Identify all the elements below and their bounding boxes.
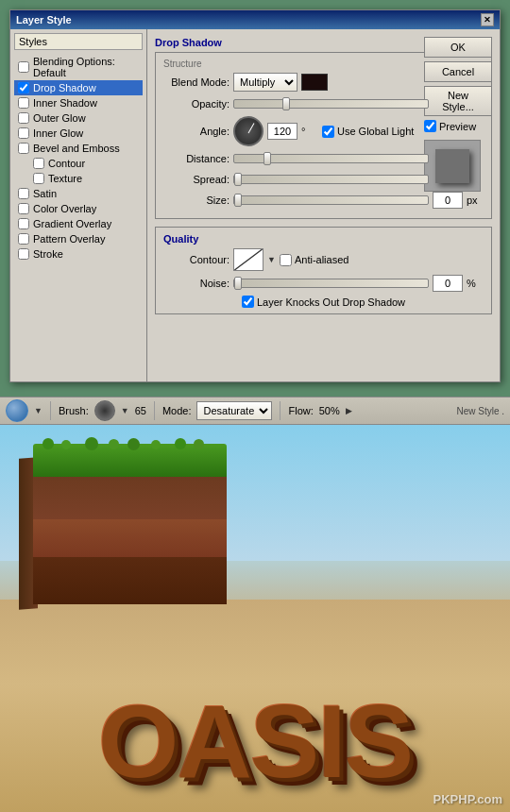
opacity-thumb[interactable]	[282, 97, 290, 110]
close-button[interactable]: ✕	[481, 13, 494, 26]
mode-select[interactable]: Desaturate Normal Darken Lighten	[196, 401, 272, 420]
layer-knocks-label: Layer Knocks Out Drop Shadow	[242, 296, 405, 308]
preview-box	[424, 140, 481, 192]
grass-bump	[109, 439, 119, 449]
flow-arrow[interactable]: ▶	[346, 406, 352, 415]
watermark: PKPHP.com	[434, 792, 502, 806]
option-satin[interactable]: Satin	[14, 186, 143, 201]
action-buttons: OK Cancel New Style... Preview	[424, 37, 492, 192]
ok-button[interactable]: OK	[424, 37, 492, 58]
grass-bump	[128, 438, 140, 450]
layer-knocks-text: Layer Knocks Out Drop Shadow	[257, 296, 405, 308]
checkbox-drop-shadow[interactable]	[18, 82, 29, 93]
checkbox-inner-glow[interactable]	[18, 127, 29, 139]
option-gradient-overlay[interactable]: Gradient Overlay	[14, 216, 143, 231]
tool-icon[interactable]	[6, 399, 28, 422]
option-outer-glow[interactable]: Outer Glow	[14, 110, 143, 126]
subsoil	[33, 519, 227, 557]
option-inner-shadow-label: Inner Shadow	[33, 97, 97, 109]
opacity-slider[interactable]	[233, 99, 429, 109]
contour-preview[interactable]	[233, 248, 264, 271]
checkbox-inner-shadow[interactable]	[18, 97, 29, 109]
styles-header[interactable]: Styles	[14, 33, 143, 50]
checkbox-satin[interactable]	[18, 188, 29, 199]
contour-dropdown-arrow[interactable]: ▼	[267, 255, 276, 264]
use-global-light-checkbox[interactable]	[322, 126, 334, 138]
spread-label: Spread:	[163, 174, 230, 185]
angle-dial[interactable]	[233, 116, 264, 146]
option-gradient-overlay-label: Gradient Overlay	[33, 218, 111, 229]
option-drop-shadow-label: Drop Shadow	[33, 82, 96, 93]
dirt-block	[19, 444, 227, 604]
separator-3	[280, 401, 280, 420]
brush-preview[interactable]	[94, 400, 115, 421]
mode-label: Mode:	[162, 405, 192, 416]
checkbox-pattern-overlay[interactable]	[18, 233, 29, 245]
size-slider[interactable]	[233, 195, 429, 205]
angle-unit: °	[301, 126, 318, 137]
option-texture-label: Texture	[48, 173, 82, 184]
new-style-button[interactable]: New Style...	[424, 86, 492, 116]
preview-label: Preview	[439, 121, 476, 132]
color-swatch[interactable]	[301, 74, 328, 91]
spread-thumb[interactable]	[234, 173, 242, 186]
checkbox-outer-glow[interactable]	[18, 112, 29, 124]
noise-row: Noise: %	[163, 275, 484, 292]
option-texture[interactable]: Texture	[14, 171, 143, 186]
layer-knocks-row: Layer Knocks Out Drop Shadow	[163, 296, 484, 308]
grass-bump	[61, 440, 71, 449]
ps-toolbar: ▼ Brush: ▼ 65 Mode: Desaturate Normal Da…	[0, 397, 510, 425]
blend-mode-select[interactable]: Multiply Normal Dissolve Darken	[233, 73, 298, 92]
option-color-overlay[interactable]: Color Overlay	[14, 201, 143, 216]
option-bevel-emboss[interactable]: Bevel and Emboss	[14, 141, 143, 156]
anti-aliased-checkbox[interactable]	[280, 254, 292, 266]
flow-value: 50%	[319, 405, 340, 416]
spread-slider[interactable]	[233, 175, 429, 184]
right-panel: OK Cancel New Style... Preview Drop Shad…	[147, 29, 500, 381]
distance-slider[interactable]	[233, 154, 429, 163]
checkbox-contour[interactable]	[33, 158, 44, 169]
noise-unit: %	[467, 278, 484, 289]
checkbox-blending[interactable]	[18, 61, 29, 73]
option-pattern-overlay[interactable]: Pattern Overlay	[14, 231, 143, 246]
dialog-title: Layer Style	[16, 14, 72, 25]
preview-inner	[435, 149, 469, 183]
cancel-button[interactable]: Cancel	[424, 61, 492, 82]
new-style-label: New Style .	[456, 406, 504, 416]
grass-bump	[175, 438, 186, 449]
brush-label: Brush:	[59, 405, 89, 416]
checkbox-gradient-overlay[interactable]	[18, 218, 29, 229]
angle-label: Angle:	[163, 126, 230, 137]
option-pattern-overlay-label: Pattern Overlay	[33, 233, 105, 245]
option-stroke[interactable]: Stroke	[14, 246, 143, 262]
size-thumb[interactable]	[234, 194, 242, 207]
option-blending-label: Blending Options: Default	[33, 56, 139, 78]
noise-input[interactable]	[433, 275, 463, 292]
topsoil	[33, 472, 227, 519]
option-inner-shadow[interactable]: Inner Shadow	[14, 95, 143, 110]
angle-input[interactable]	[267, 123, 298, 140]
size-row: Size: px	[163, 192, 484, 209]
distance-thumb[interactable]	[264, 152, 271, 165]
checkbox-stroke[interactable]	[18, 248, 29, 260]
checkbox-texture[interactable]	[33, 173, 44, 184]
noise-slider[interactable]	[233, 279, 429, 288]
checkbox-bevel-emboss[interactable]	[18, 143, 29, 154]
noise-thumb[interactable]	[234, 277, 242, 290]
option-drop-shadow[interactable]: Drop Shadow	[14, 80, 143, 95]
preview-checkbox[interactable]	[424, 120, 436, 132]
blend-mode-label: Blend Mode:	[163, 76, 230, 88]
contour-label: Contour:	[163, 254, 230, 265]
layer-knocks-checkbox[interactable]	[242, 296, 254, 308]
option-inner-glow[interactable]: Inner Glow	[14, 126, 143, 141]
tool-dropdown-arrow[interactable]: ▼	[34, 406, 42, 415]
checkbox-color-overlay[interactable]	[18, 203, 29, 214]
contour-row: Contour: ▼ Anti-aliased	[163, 248, 484, 271]
option-blending[interactable]: Blending Options: Default	[14, 54, 143, 80]
brush-size-value: 65	[135, 405, 146, 416]
brush-dropdown-arrow[interactable]: ▼	[121, 406, 129, 415]
size-input[interactable]	[433, 192, 463, 209]
opacity-label: Opacity:	[163, 98, 230, 110]
separator-1	[50, 401, 51, 420]
option-contour[interactable]: Contour	[14, 156, 143, 171]
